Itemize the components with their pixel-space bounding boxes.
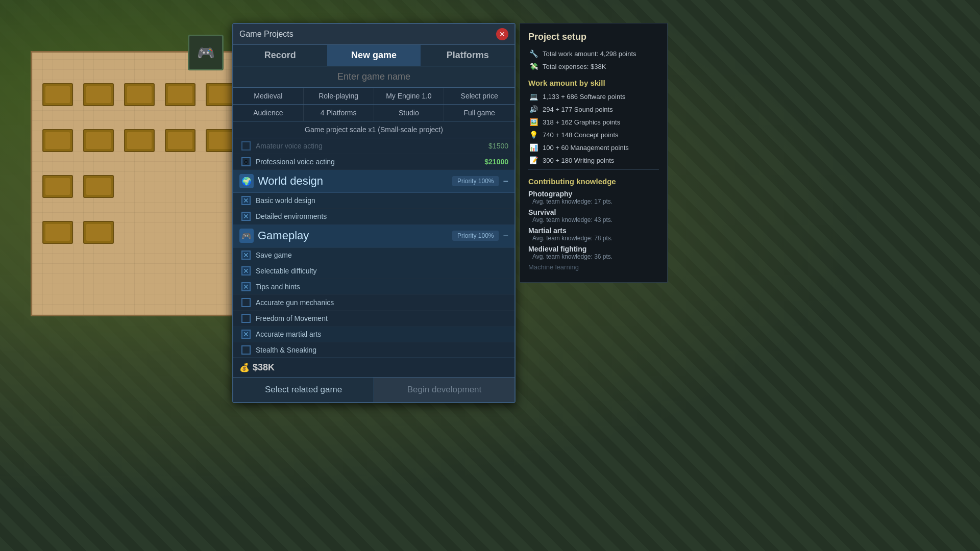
concept-icon: 💡 bbox=[528, 130, 538, 140]
feature-professional-voice[interactable]: ○ Professional voice acting $21000 bbox=[233, 154, 514, 170]
desk-10 bbox=[206, 129, 236, 152]
checkbox-save-game[interactable]: ✕ bbox=[241, 251, 251, 260]
graphics-icon: 🖼️ bbox=[528, 117, 538, 127]
feature-basic-world[interactable]: ✕ Basic world design bbox=[233, 193, 514, 209]
panel-divider bbox=[528, 169, 659, 170]
skill-writing: 📝 300 + 180 Writing points bbox=[528, 155, 659, 165]
tab-platforms[interactable]: Platforms bbox=[421, 45, 514, 66]
dialog-title: Game Projects bbox=[239, 30, 293, 39]
game-name-row bbox=[233, 66, 514, 88]
game-icon: 🎮 bbox=[197, 44, 215, 61]
skill-management: 📊 100 + 60 Management points bbox=[528, 142, 659, 153]
close-button[interactable]: ✕ bbox=[496, 28, 508, 40]
software-icon: 💻 bbox=[528, 91, 538, 102]
knowledge-photography: Photography Avg. team knowledge: 17 pts. bbox=[528, 190, 659, 205]
checkbox-stealth[interactable] bbox=[241, 345, 251, 355]
office-area bbox=[31, 51, 245, 316]
checkbox-basic-world[interactable]: ✕ bbox=[241, 196, 251, 205]
audience-selector[interactable]: Audience bbox=[233, 105, 304, 121]
stat-text-total-work: Total work amount: 4,298 points bbox=[543, 50, 636, 58]
skill-graphics: 🖼️ 318 + 162 Graphics points bbox=[528, 117, 659, 127]
desk-12 bbox=[83, 175, 114, 198]
skill-graphics-text: 318 + 162 Graphics points bbox=[543, 118, 620, 126]
feature-cost-amateur-voice: $1500 bbox=[488, 142, 508, 150]
checkbox-tips-hints[interactable]: ✕ bbox=[241, 282, 251, 291]
begin-development-button[interactable]: Begin development bbox=[374, 378, 514, 402]
feature-selectable-diff[interactable]: ✕ Selectable difficulty bbox=[233, 263, 514, 279]
skill-sound-text: 294 + 177 Sound points bbox=[543, 106, 613, 113]
stat-total-expenses: 💸 Total expenses: $38K bbox=[528, 61, 659, 71]
gameplay-title: Gameplay bbox=[258, 229, 452, 242]
engine-selector[interactable]: My Engine 1.0 bbox=[374, 88, 445, 104]
world-design-collapse[interactable]: − bbox=[503, 176, 508, 187]
section-gameplay[interactable]: 🎮 Gameplay Priority 100% − bbox=[233, 224, 514, 247]
checkbox-freedom-movement[interactable] bbox=[241, 314, 251, 323]
knowledge-section: Photography Avg. team knowledge: 17 pts.… bbox=[528, 190, 659, 271]
desk-6 bbox=[42, 129, 73, 152]
knowledge-survival-sub: Avg. team knowledge: 43 pts. bbox=[532, 216, 659, 223]
checkbox-gun-mechanics[interactable] bbox=[241, 298, 251, 307]
sound-icon: 🔊 bbox=[528, 104, 538, 114]
feature-tips-hints[interactable]: ✕ Tips and hints bbox=[233, 279, 514, 295]
studio-selector[interactable]: Studio bbox=[374, 105, 445, 121]
checkbox-selectable-diff[interactable]: ✕ bbox=[241, 266, 251, 276]
bottom-cost-bar: 💰 $38K bbox=[233, 358, 514, 377]
skill-writing-text: 300 + 180 Writing points bbox=[543, 157, 614, 164]
desk-9 bbox=[165, 129, 195, 152]
knowledge-martial-arts: Martial arts Avg. team knowledge: 78 pts… bbox=[528, 227, 659, 242]
section-world-design[interactable]: 🌍 World design Priority 100% − bbox=[233, 170, 514, 193]
checkbox-professional-voice[interactable]: ○ bbox=[241, 157, 251, 166]
knowledge-medieval-fighting-sub: Avg. team knowledge: 36 pts. bbox=[532, 253, 659, 260]
gameplay-collapse[interactable]: − bbox=[503, 231, 508, 241]
dialog-titlebar: Game Projects ✕ bbox=[233, 24, 514, 45]
feature-name-selectable-diff: Selectable difficulty bbox=[256, 267, 317, 275]
gameplay-icon: 🎮 bbox=[239, 229, 254, 243]
subgenre-roleplaying[interactable]: Role-playing bbox=[304, 88, 374, 104]
select-related-game-button[interactable]: Select related game bbox=[233, 378, 374, 402]
features-list[interactable]: Amateur voice acting $1500 ○ Professiona… bbox=[233, 138, 514, 358]
genre-medieval[interactable]: Medieval bbox=[233, 88, 304, 104]
platforms-selector[interactable]: 4 Platforms bbox=[304, 105, 374, 121]
project-setup-panel: Project setup 🔧 Total work amount: 4,298… bbox=[520, 23, 668, 283]
skill-software-text: 1,133 + 686 Software points bbox=[543, 93, 625, 101]
tab-bar: Record New game Platforms bbox=[233, 45, 514, 66]
feature-detailed-env[interactable]: ✕ Detailed environments bbox=[233, 209, 514, 224]
price-selector[interactable]: Select price bbox=[444, 88, 514, 104]
feature-name-basic-world: Basic world design bbox=[256, 196, 315, 205]
checkbox-detailed-env[interactable]: ✕ bbox=[241, 212, 251, 221]
stat-text-total-expenses: Total expenses: $38K bbox=[543, 63, 606, 70]
feature-name-stealth: Stealth & Sneaking bbox=[256, 346, 316, 354]
feature-martial-arts[interactable]: ✕ Accurate martial arts bbox=[233, 327, 514, 342]
game-type-selector[interactable]: Full game bbox=[444, 105, 514, 121]
feature-name-tips-hints: Tips and hints bbox=[256, 283, 300, 291]
knowledge-survival-name: Survival bbox=[528, 208, 659, 216]
expenses-icon: 💸 bbox=[528, 61, 538, 71]
game-name-input[interactable] bbox=[238, 71, 509, 82]
world-design-icon: 🌍 bbox=[239, 174, 254, 188]
checkbox-martial-arts[interactable]: ✕ bbox=[241, 330, 251, 339]
skill-software: 💻 1,133 + 686 Software points bbox=[528, 91, 659, 102]
feature-cost-professional-voice: $21000 bbox=[484, 158, 508, 166]
checkbox-amateur-voice[interactable] bbox=[241, 141, 251, 151]
desk-13 bbox=[42, 221, 73, 244]
knowledge-survival: Survival Avg. team knowledge: 43 pts. bbox=[528, 208, 659, 223]
feature-freedom-movement[interactable]: Freedom of Movement bbox=[233, 311, 514, 327]
feature-amateur-voice[interactable]: Amateur voice acting $1500 bbox=[233, 138, 514, 154]
feature-name-gun-mechanics: Accurate gun mechanics bbox=[256, 298, 334, 307]
skill-concept-text: 740 + 148 Concept points bbox=[543, 131, 619, 139]
feature-gun-mechanics[interactable]: Accurate gun mechanics bbox=[233, 295, 514, 311]
info-grid-row1: Medieval Role-playing My Engine 1.0 Sele… bbox=[233, 88, 514, 105]
desk-7 bbox=[83, 129, 114, 152]
knowledge-martial-arts-name: Martial arts bbox=[528, 227, 659, 235]
knowledge-photography-sub: Avg. team knowledge: 17 pts. bbox=[532, 198, 659, 205]
feature-save-game[interactable]: ✕ Save game bbox=[233, 247, 514, 263]
feature-stealth[interactable]: Stealth & Sneaking bbox=[233, 342, 514, 358]
knowledge-martial-arts-sub: Avg. team knowledge: 78 pts. bbox=[532, 235, 659, 242]
tab-new-game[interactable]: New game bbox=[327, 45, 421, 66]
desk-4 bbox=[165, 83, 195, 106]
tab-record[interactable]: Record bbox=[233, 45, 327, 66]
stat-total-work: 🔧 Total work amount: 4,298 points bbox=[528, 48, 659, 59]
desk-11 bbox=[42, 175, 73, 198]
world-design-title: World design bbox=[258, 174, 452, 188]
feature-name-freedom-movement: Freedom of Movement bbox=[256, 314, 328, 322]
